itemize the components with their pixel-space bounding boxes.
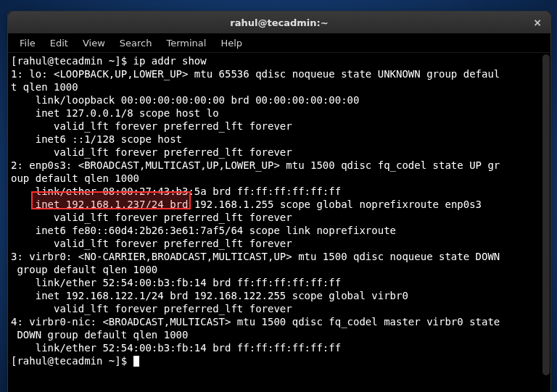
menubar: File Edit View Search Terminal Help: [8, 33, 550, 53]
output-line: t qlen 1000: [11, 81, 78, 93]
cursor: [133, 356, 139, 367]
prompt: [rahul@tecadmin ~]$: [11, 55, 133, 67]
close-icon: ×: [533, 17, 542, 28]
command: ip addr show: [133, 55, 207, 67]
menu-search[interactable]: Search: [112, 36, 160, 51]
output-line: link/ether 08:00:27:43:b3:5a brd ff:ff:f…: [11, 185, 341, 197]
output-line: [11, 199, 36, 210]
output-line: inet 127.0.0.1/8 scope host lo: [11, 107, 219, 119]
output-line: 2: enp0s3: <BROADCAST,MULTICAST,UP,LOWER…: [11, 159, 500, 171]
output-line: valid_lft forever preferred_lft forever: [11, 238, 292, 249]
output-line: inet 192.168.122.1/24 brd 192.168.122.25…: [11, 290, 408, 301]
scrollbar[interactable]: [542, 54, 550, 375]
menu-file[interactable]: File: [12, 36, 43, 51]
menu-edit[interactable]: Edit: [43, 36, 75, 51]
window-title: rahul@tecadmin:~: [230, 17, 328, 28]
output-line: valid_lft forever preferred_lft forever: [11, 146, 292, 158]
close-button[interactable]: ×: [530, 15, 545, 30]
menu-terminal[interactable]: Terminal: [159, 36, 213, 51]
output-line: inet6 ::1/128 scope host: [11, 133, 188, 145]
terminal-body[interactable]: [rahul@tecadmin ~]$ ip addr show 1: lo: …: [8, 53, 550, 392]
output-line: brd 192.168.1.255 scope global noprefixr…: [164, 199, 482, 210]
output-line: oup default qlen 1000: [11, 172, 139, 184]
output-line: DOWN group default qlen 1000: [11, 329, 188, 341]
output-line: link/ether 52:54:00:b3:fb:14 brd ff:ff:f…: [11, 342, 341, 354]
output-line: 4: virbr0-nic: <BROADCAST,MULTICAST> mtu…: [11, 316, 500, 328]
menu-view[interactable]: View: [75, 36, 112, 51]
highlighted-ip: inet 192.168.1.237/24: [36, 199, 164, 210]
output-line: valid_lft forever preferred_lft forever: [11, 303, 292, 314]
menu-help[interactable]: Help: [213, 36, 249, 51]
prompt: [rahul@tecadmin ~]$: [11, 355, 133, 367]
titlebar[interactable]: rahul@tecadmin:~ ×: [8, 12, 550, 33]
output-line: group default qlen 1000: [11, 264, 157, 275]
terminal-window: rahul@tecadmin:~ × File Edit View Search…: [7, 11, 551, 392]
output-line: 1: lo: <LOOPBACK,UP,LOWER_UP> mtu 65536 …: [11, 68, 500, 80]
output-line: link/ether 52:54:00:b3:fb:14 brd ff:ff:f…: [11, 277, 341, 288]
output-line: valid_lft forever preferred_lft forever: [11, 120, 292, 132]
output-line: link/loopback 00:00:00:00:00:00 brd 00:0…: [11, 94, 359, 106]
output-line: inet6 fe80::60d4:2b26:3e61:7af5/64 scope…: [11, 225, 402, 236]
output-line: 3: virbr0: <NO-CARRIER,BROADCAST,MULTICA…: [11, 251, 500, 262]
output-line: valid_lft forever preferred_lft forever: [11, 212, 292, 223]
